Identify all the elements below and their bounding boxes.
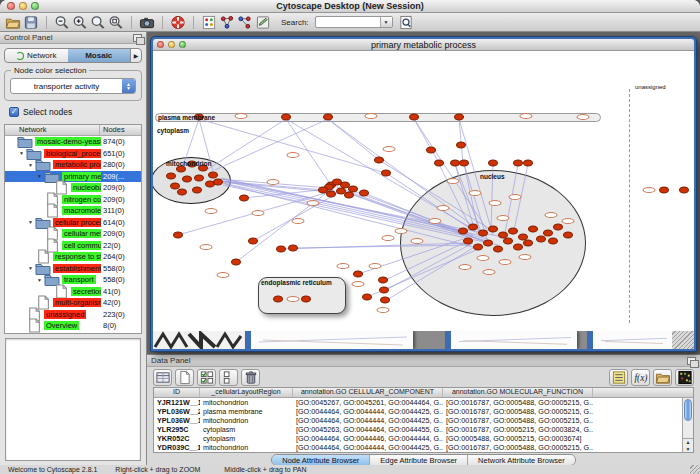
network-node[interactable]	[276, 246, 286, 253]
network-node[interactable]	[231, 259, 241, 266]
network-node[interactable]	[381, 170, 391, 177]
network-node[interactable]	[483, 240, 493, 247]
network-node[interactable]	[463, 238, 473, 245]
network-node[interactable]	[208, 172, 218, 179]
frame-title-bar[interactable]: primary metabolic process	[153, 39, 694, 51]
background-window-3[interactable]	[587, 331, 673, 349]
network-node[interactable]	[177, 189, 187, 196]
tab-network-attribute-browser[interactable]: Network Attribute Browser	[467, 455, 575, 465]
network-node[interactable]	[359, 190, 369, 197]
network-node[interactable]	[493, 246, 503, 253]
network-node[interactable]	[659, 187, 669, 194]
tree-column-nodes[interactable]: Nodes	[100, 125, 141, 135]
network-node[interactable]	[456, 142, 466, 149]
unselect-attributes-icon[interactable]	[221, 370, 237, 385]
table-row-yjr121w__1[interactable]: YJR121W__1mitochondrion[GO:0045267, GO:0…	[154, 398, 693, 407]
network-view-frame[interactable]: primary metabolic process plasma membran…	[150, 36, 697, 352]
select-nodes-checkbox[interactable]: ✓	[9, 107, 19, 117]
network-node[interactable]	[434, 160, 444, 167]
network-node[interactable]	[553, 224, 563, 231]
title-bar[interactable]: Cytoscape Desktop (New Session)	[0, 0, 700, 13]
search-value[interactable]	[316, 17, 380, 27]
network-node[interactable]	[536, 236, 546, 243]
table-row-ydr039c__1[interactable]: YDR039C__1mitochondrion[GO:0044464, GO:0…	[154, 443, 693, 452]
float-panel-icon[interactable]	[133, 34, 142, 42]
zoom-selected-icon[interactable]	[90, 15, 106, 30]
function-builder-button[interactable]	[631, 369, 650, 386]
table-row-ypl036w__1[interactable]: YPL036W__1mitochondrion[GO:0044464, GO:0…	[154, 416, 693, 425]
search-dropdown-icon[interactable]: ▼	[380, 17, 392, 27]
network-node[interactable]	[426, 147, 436, 154]
vizmapper-icon[interactable]	[201, 15, 217, 30]
function-builder-icon[interactable]	[633, 370, 649, 385]
dropdown-stepper-icon[interactable]: ▲▼	[122, 79, 135, 93]
network-node[interactable]	[548, 238, 558, 245]
network-node[interactable]	[473, 244, 483, 251]
scroll-down-icon[interactable]: ▼	[683, 446, 693, 453]
zoom-fit-icon[interactable]	[108, 15, 124, 30]
table-column-header[interactable]: _cellularLayoutRegion	[200, 388, 293, 397]
help-icon[interactable]	[170, 15, 186, 30]
network-node[interactable]	[508, 228, 518, 235]
network-node[interactable]	[344, 192, 354, 199]
network-node[interactable]	[679, 187, 689, 194]
tab-overflow-arrow[interactable]: ▶	[130, 49, 141, 62]
network-node[interactable]	[523, 160, 533, 167]
frame-resize-grip[interactable]	[672, 331, 694, 349]
unselect-attributes-button[interactable]	[219, 369, 238, 386]
search-input[interactable]: ▼	[315, 16, 393, 28]
network-node[interactable]	[503, 238, 513, 245]
network-node[interactable]	[378, 277, 388, 284]
network-node[interactable]	[281, 114, 291, 121]
zoom-out-icon[interactable]	[54, 15, 70, 30]
network-node[interactable]	[239, 195, 249, 202]
import-attributes-button[interactable]	[653, 369, 672, 386]
network-node[interactable]	[563, 232, 573, 239]
expand-arrow-icon[interactable]: ▼	[17, 150, 26, 156]
network-node[interactable]	[380, 297, 390, 304]
network-view-icon[interactable]	[219, 15, 235, 30]
snapshot-icon[interactable]	[139, 15, 155, 30]
import-attributes-icon[interactable]	[655, 370, 671, 385]
open-icon[interactable]	[5, 15, 21, 30]
table-scrollbar[interactable]: ▲ ▼	[682, 398, 693, 452]
table-row-ykr052c[interactable]: YKR052Ccytoplasm[GO:0044464, GO:0044446,…	[154, 434, 693, 443]
network-node[interactable]	[513, 160, 523, 167]
network-node[interactable]	[379, 287, 389, 294]
expand-arrow-icon[interactable]: ▼	[35, 173, 44, 179]
network-node[interactable]	[166, 173, 176, 180]
scroll-up-icon[interactable]: ▲	[683, 439, 693, 446]
network-node[interactable]	[323, 114, 333, 121]
table-column-header[interactable]: ID	[154, 388, 200, 397]
tab-node-attribute-browser[interactable]: Node Attribute Browser	[272, 455, 369, 465]
network-node[interactable]	[362, 294, 372, 301]
delete-attribute-icon[interactable]	[243, 370, 259, 385]
float-data-panel-icon[interactable]	[687, 357, 696, 365]
new-attribute-button[interactable]	[175, 369, 194, 386]
network-node[interactable]	[173, 232, 183, 239]
save-icon[interactable]	[23, 15, 39, 30]
table-row-ylr295c[interactable]: YLR295Ccytoplasm[GO:0045263, GO:0044464,…	[154, 425, 693, 434]
expand-arrow-icon[interactable]: ▼	[26, 162, 35, 168]
background-window-1[interactable]	[245, 331, 413, 349]
network-node[interactable]	[353, 271, 363, 278]
tab-edge-attribute-browser[interactable]: Edge Attribute Browser	[369, 455, 467, 465]
background-window-2[interactable]	[445, 331, 577, 349]
annotation-icon[interactable]	[255, 15, 271, 30]
attribute-table-button[interactable]	[153, 369, 172, 386]
table-column-header[interactable]: annotation.GO MOLECULAR_FUNCTION	[443, 388, 593, 397]
expand-arrow-icon[interactable]: ▼	[26, 219, 35, 225]
window-resize-grip[interactable]	[690, 465, 700, 474]
birds-eye-view[interactable]	[5, 338, 141, 461]
search-advanced-icon[interactable]	[398, 15, 414, 30]
attribute-matrix-button[interactable]	[675, 369, 694, 386]
attribute-list-icon[interactable]	[611, 370, 627, 385]
network-canvas[interactable]: plasma membrane cytoplasm mitochondrion …	[153, 51, 694, 331]
network-node[interactable]	[326, 191, 336, 198]
select-attributes-button[interactable]	[197, 369, 216, 386]
tree-row-overview[interactable]: Overview8(0)	[5, 320, 141, 332]
network-node[interactable]	[409, 114, 419, 121]
table-row-ypl036w__2[interactable]: YPL036W__2plasma membrane[GO:0044464, GO…	[154, 407, 693, 416]
network-node[interactable]	[458, 228, 468, 235]
attribute-table-icon[interactable]	[155, 370, 171, 385]
